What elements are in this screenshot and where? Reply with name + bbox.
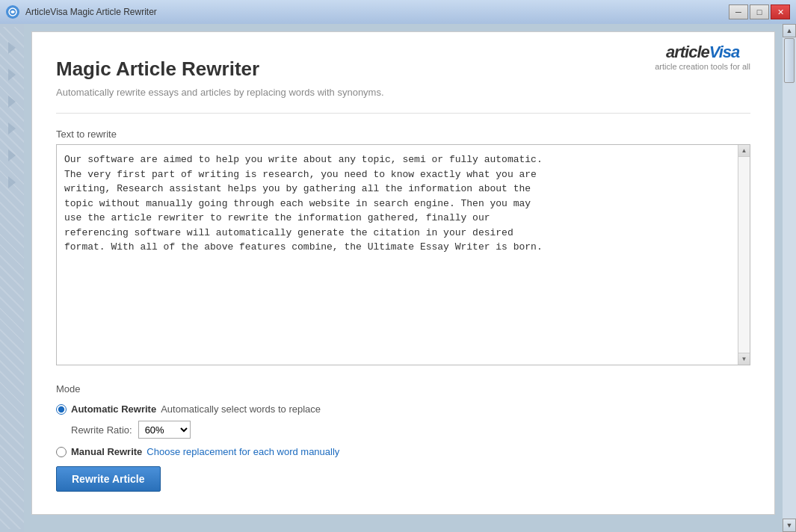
main-layout: articleVisa article creation tools for a… [0,24,796,532]
close-button[interactable]: ✕ [771,4,790,19]
ratio-label: Rewrite Ratio: [71,424,132,436]
restore-button[interactable]: □ [750,4,769,19]
textarea-scroll-up[interactable]: ▲ [738,145,750,157]
ratio-row: Rewrite Ratio: 10% 20% 30% 40% 50% 60% 7… [71,421,750,439]
logo-text: articleVisa [655,43,750,62]
window-title: ArticleVisa Magic Article Rewriter [25,7,157,17]
text-input[interactable]: Our software are aimed to help you write… [57,145,750,362]
triangle-4 [8,123,16,134]
app-icon [6,5,19,19]
content-area: articleVisa article creation tools for a… [24,24,783,532]
manual-rewrite-radio[interactable] [56,447,67,457]
scroll-track[interactable] [783,37,796,519]
textarea-scroll-down[interactable]: ▼ [738,353,750,365]
triangle-3 [8,96,16,108]
scroll-up-button[interactable]: ▲ [783,24,796,37]
section-divider [56,113,750,114]
left-pattern [0,27,24,529]
logo-subtitle: article creation tools for all [655,62,750,71]
logo: articleVisa article creation tools for a… [655,43,750,71]
textarea-scrollbar: ▲ ▼ [738,145,750,365]
triangle-6 [8,176,16,188]
scroll-thumb[interactable] [784,38,795,83]
title-bar-controls: ─ □ ✕ [729,4,790,19]
right-scrollbar: ▲ ▼ [783,24,796,532]
main-card: articleVisa article creation tools for a… [31,31,775,515]
minimize-button[interactable]: ─ [729,4,748,19]
manual-rewrite-row: Manual Rewrite Choose replacement for ea… [56,446,750,457]
auto-rewrite-desc: Automatically select words to replace [161,403,321,415]
manual-rewrite-desc[interactable]: Choose replacement for each word manuall… [146,446,339,457]
page-title: Magic Article Rewriter [56,58,750,81]
title-bar: ArticleVisa Magic Article Rewriter ─ □ ✕ [0,0,796,24]
mode-label: Mode [56,383,750,395]
auto-rewrite-radio[interactable] [56,404,67,415]
triangle-2 [8,69,16,81]
triangle-5 [8,149,16,161]
triangle-1 [8,42,16,54]
ratio-select[interactable]: 10% 20% 30% 40% 50% 60% 70% 80% 90% 100% [138,421,191,439]
textarea-label: Text to rewrite [56,129,750,140]
auto-rewrite-row: Automatic Rewrite Automatically select w… [56,403,750,415]
manual-rewrite-label: Manual Rewrite [71,446,142,457]
mode-section: Mode Automatic Rewrite Automatically sel… [56,383,750,492]
title-bar-left: ArticleVisa Magic Article Rewriter [6,5,157,19]
page-subtitle: Automatically rewrite essays and article… [56,87,750,98]
scroll-down-button[interactable]: ▼ [783,519,796,532]
rewrite-article-button[interactable]: Rewrite Article [56,466,161,492]
textarea-wrapper: Our software are aimed to help you write… [56,144,750,365]
left-side-decoration [0,24,24,532]
auto-rewrite-label: Automatic Rewrite [71,403,156,415]
